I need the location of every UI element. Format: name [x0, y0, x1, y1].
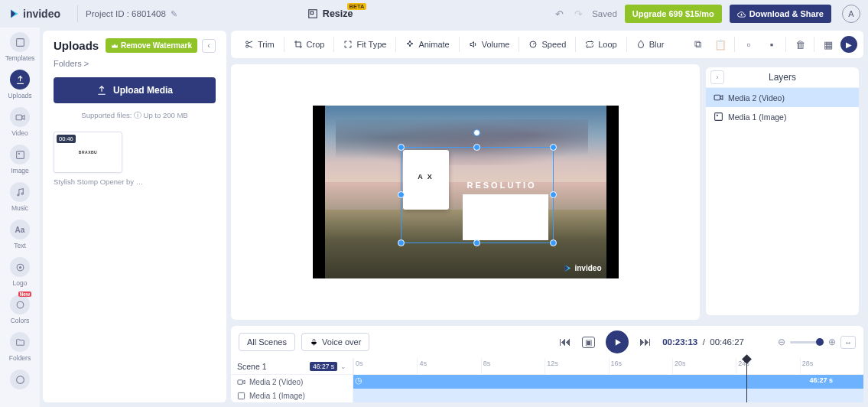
crop-button[interactable]: Crop — [286, 36, 333, 53]
nav-rail: Templates Uploads Video Image Music Aa T… — [0, 28, 40, 407]
handle-mr[interactable] — [550, 191, 557, 198]
upgrade-button[interactable]: Upgrade 699 $15/mo — [625, 5, 722, 23]
copy-icon[interactable]: ⧉ — [687, 34, 708, 54]
rail-image[interactable]: Image — [10, 145, 30, 174]
clip-duration: 46:27 s — [809, 376, 833, 384]
rail-logo[interactable]: Logo — [10, 257, 30, 287]
delete-icon[interactable]: 🗑 — [789, 34, 811, 54]
undo-icon[interactable]: ↶ — [554, 8, 565, 20]
video-preview[interactable]: A X RESOLUTIO — [313, 106, 619, 278]
playhead[interactable] — [746, 358, 747, 402]
thumb-caption: Stylish Stomp Opener by … — [54, 177, 216, 186]
collapse-panel-icon[interactable]: ‹ — [202, 39, 216, 53]
redo-icon[interactable]: ↷ — [573, 8, 584, 20]
trim-button[interactable]: Trim — [237, 36, 282, 53]
rail-music[interactable]: Music — [10, 182, 30, 212]
thumb-preview-text: BRAXBU — [79, 150, 97, 155]
edit-toolbar: Trim Crop Fit Type Animate Volume Speed … — [231, 31, 863, 58]
handle-rotate[interactable] — [473, 129, 480, 136]
rail-more[interactable] — [10, 370, 30, 389]
mic-icon — [310, 338, 318, 347]
rail-uploads[interactable]: Uploads — [8, 70, 31, 99]
video-icon — [714, 93, 723, 103]
layer-front-icon[interactable]: ▪ — [761, 34, 782, 54]
paste-icon[interactable]: 📋 — [710, 34, 731, 54]
grid-icon[interactable]: ▦ — [818, 34, 839, 54]
zoom-slider[interactable] — [790, 341, 824, 344]
rail-video[interactable]: Video — [10, 107, 30, 137]
layers-collapse-icon[interactable]: › — [710, 70, 724, 84]
handle-br[interactable] — [550, 239, 557, 246]
svg-point-9 — [18, 265, 21, 268]
panel-title: Uploads — [54, 39, 99, 52]
zoom-out-icon[interactable]: ⊖ — [778, 337, 785, 347]
upload-media-button[interactable]: Upload Media — [54, 77, 216, 103]
handle-tl[interactable] — [398, 144, 405, 151]
resize-label: Resize — [323, 8, 353, 19]
rail-text[interactable]: Aa Text — [10, 220, 30, 249]
handle-ml[interactable] — [398, 191, 405, 198]
fit-type-button[interactable]: Fit Type — [336, 36, 394, 53]
crown-icon — [111, 42, 119, 50]
folders-icon — [10, 332, 30, 352]
image-icon — [237, 392, 245, 400]
layer-row[interactable]: Media 2 (Video) — [706, 88, 859, 107]
all-scenes-button[interactable]: All Scenes — [239, 333, 295, 351]
clip-image[interactable] — [353, 389, 863, 402]
svg-rect-1 — [310, 11, 314, 15]
avatar[interactable]: A — [842, 5, 860, 23]
volume-button[interactable]: Volume — [461, 36, 518, 53]
scene-header[interactable]: Scene 1 46:27 s ⌄ — [231, 358, 353, 375]
next-icon[interactable]: ⏭ — [639, 335, 652, 349]
animate-button[interactable]: Animate — [398, 36, 457, 53]
download-share-button[interactable]: Download & Share — [730, 5, 831, 23]
saved-status: Saved — [592, 9, 617, 18]
handle-tr[interactable] — [550, 144, 557, 151]
chevron-down-icon[interactable]: ⌄ — [340, 363, 346, 370]
remove-watermark-button[interactable]: Remove Watermark — [106, 38, 197, 53]
layer-back-icon[interactable]: ▫ — [738, 34, 759, 54]
time-display: 00:23:13 / 00:46:27 — [662, 337, 744, 347]
handle-bm[interactable] — [473, 239, 480, 246]
sparkle-icon — [405, 40, 414, 49]
handle-bl[interactable] — [398, 239, 405, 246]
speed-button[interactable]: Speed — [521, 36, 574, 53]
zoom-in-icon[interactable]: ⊕ — [828, 337, 836, 347]
loop-button[interactable]: Loop — [577, 36, 624, 53]
timeline-ruler[interactable]: 0s 4s 8s 12s 16s 20s 24s 28s — [353, 358, 863, 375]
svg-rect-15 — [714, 95, 720, 100]
svg-rect-16 — [715, 113, 723, 121]
image-icon — [10, 145, 30, 164]
play-button[interactable] — [606, 330, 629, 353]
play-logo-icon — [564, 264, 572, 272]
prev-icon[interactable]: ⏮ — [559, 335, 571, 349]
resize-button[interactable]: Resize — [307, 8, 353, 19]
preview-play-icon[interactable]: ▶ — [840, 36, 857, 53]
stop-icon[interactable]: ▣ — [582, 337, 595, 348]
beta-badge: BETA — [347, 3, 367, 10]
clip-video[interactable]: ◷ 46:27 s — [353, 375, 863, 389]
handle-tm[interactable] — [473, 144, 480, 151]
svg-rect-3 — [16, 115, 22, 120]
brand-logo[interactable]: invideo — [0, 8, 70, 20]
uploads-icon — [10, 70, 30, 90]
crop-icon — [294, 40, 303, 49]
media-thumbnail[interactable]: 00:46 BRAXBU — [54, 132, 122, 173]
rail-folders[interactable]: Folders — [9, 332, 31, 362]
svg-rect-4 — [16, 151, 24, 158]
track-label[interactable]: Media 2 (Video) — [231, 375, 353, 389]
layers-title: Layers — [769, 72, 796, 83]
rail-colors[interactable]: New Colors — [10, 295, 30, 324]
folders-breadcrumb[interactable]: Folders > — [54, 59, 216, 68]
layer-row[interactable]: Media 1 (Image) — [706, 107, 859, 126]
voice-over-button[interactable]: Voice over — [301, 333, 369, 351]
zoom-fit-button[interactable]: ↔ — [840, 336, 856, 349]
rail-templates[interactable]: Templates — [5, 32, 35, 62]
canvas[interactable]: A X RESOLUTIO — [231, 64, 700, 320]
track-label[interactable]: Media 1 (Image) — [231, 389, 353, 402]
project-id: Project ID : 6801408 — [86, 9, 166, 18]
supported-files: Supported files: ⓘ Up to 200 MB — [54, 111, 216, 121]
edit-project-id-icon[interactable]: ✎ — [171, 9, 177, 19]
selection-box[interactable] — [401, 147, 554, 243]
blur-button[interactable]: Blur — [629, 36, 672, 53]
